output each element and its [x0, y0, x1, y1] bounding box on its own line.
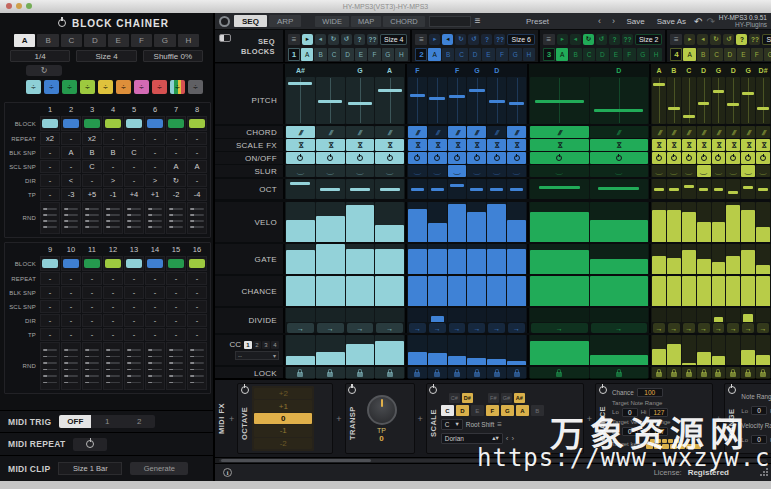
step-onoff-button[interactable]	[346, 152, 375, 164]
scale-key-d[interactable]: D	[456, 405, 469, 416]
chance-bar-step[interactable]	[697, 276, 711, 306]
step-slur-button[interactable]: ‿	[682, 165, 696, 177]
root-select[interactable]: C▾	[441, 419, 463, 430]
grid-blk_snp-cell[interactable]: -	[145, 286, 165, 299]
pitch-step-slider[interactable]	[286, 77, 315, 124]
step-slur-button[interactable]: ‿	[428, 165, 447, 177]
cc-bar-step[interactable]	[530, 335, 589, 365]
gate-bar-step[interactable]	[712, 244, 726, 274]
block-fwd-button[interactable]: ▸	[302, 34, 313, 45]
grid-repeat-cell[interactable]: -	[124, 132, 144, 145]
block-back-button[interactable]: ◂	[697, 34, 708, 45]
grid-dir-cell[interactable]: -	[82, 174, 102, 187]
chance-bar-step[interactable]	[590, 276, 649, 306]
grid-rnd-cell[interactable]	[61, 202, 81, 234]
divide-arrow-button[interactable]: →	[409, 323, 426, 333]
block-tab-b[interactable]: B	[314, 48, 326, 61]
grid-scl_snp-cell[interactable]: -	[82, 300, 102, 313]
grid-scl_snp-cell[interactable]: -	[187, 300, 207, 313]
divide-step[interactable]: →	[408, 308, 427, 333]
grid-tp-cell[interactable]: -	[187, 328, 207, 341]
scale-key-cs[interactable]: C#	[449, 393, 460, 403]
step-scalefx-button[interactable]: ⋈	[448, 139, 467, 151]
gate-bar-step[interactable]	[697, 244, 711, 274]
block-rand2-button[interactable]: ??	[622, 34, 633, 45]
cc-bar-step[interactable]	[726, 335, 740, 365]
block-tab-e[interactable]: E	[355, 48, 367, 61]
chance-value[interactable]: 100	[637, 388, 663, 397]
view-chord-button[interactable]: CHORD	[383, 16, 425, 27]
oct-step-slider[interactable]	[697, 179, 711, 199]
grid-dir-cell[interactable]: >	[145, 174, 165, 187]
chance-bar-step[interactable]	[408, 276, 427, 306]
random-dice-button[interactable]: ÷	[116, 80, 131, 94]
step-lock-button[interactable]	[682, 367, 696, 379]
grid-rnd-cell[interactable]	[166, 342, 186, 390]
block-back-button[interactable]: ◂	[570, 34, 581, 45]
step-scalefx-button[interactable]: ⋈	[286, 139, 315, 151]
step-lock-button[interactable]	[652, 367, 666, 379]
tab-seq[interactable]: SEQ	[234, 15, 267, 27]
block-tab-c[interactable]: C	[583, 48, 595, 61]
step-onoff-button[interactable]	[448, 152, 467, 164]
grid-repeat-cell[interactable]: x2	[82, 132, 102, 145]
step-scalefx-button[interactable]: ⋈	[346, 139, 375, 151]
chance-bar-step[interactable]	[652, 276, 666, 306]
grid-tp-cell[interactable]: +5	[82, 188, 102, 201]
grid-tp-cell[interactable]: -2	[166, 188, 186, 201]
chainer-tab-d[interactable]: D	[84, 34, 105, 47]
block-rand-button[interactable]: ?	[736, 34, 747, 45]
block-color-cell[interactable]	[187, 256, 207, 271]
block-tab-b[interactable]: B	[442, 48, 454, 61]
grid-scl_snp-cell[interactable]: -	[124, 300, 144, 313]
chance-bar-step[interactable]	[726, 276, 740, 306]
oct-step-slider[interactable]	[428, 179, 447, 199]
block-tab-f[interactable]: F	[496, 48, 508, 61]
divide-arrow-button[interactable]: →	[653, 323, 665, 333]
step-onoff-button[interactable]	[652, 152, 666, 164]
grid-dir-cell[interactable]: -	[82, 314, 102, 327]
grid-rnd-cell[interactable]	[124, 342, 144, 390]
cc-bar-step[interactable]	[507, 335, 526, 365]
cc-bar-step[interactable]	[756, 335, 770, 365]
block-color-cell[interactable]	[103, 116, 123, 131]
step-lock-button[interactable]	[712, 367, 726, 379]
preset-slot[interactable]	[429, 16, 471, 27]
octave-option-m2[interactable]: -2	[254, 438, 312, 449]
block-tab-f[interactable]: F	[368, 48, 380, 61]
divide-arrow-button[interactable]: →	[713, 323, 725, 333]
grid-blk_snp-cell[interactable]: -	[187, 286, 207, 299]
step-scalefx-button[interactable]: ⋈	[487, 139, 506, 151]
step-slur-button[interactable]: ‿	[448, 165, 467, 177]
grid-rnd-cell[interactable]	[145, 342, 165, 390]
random-dice-button[interactable]: ÷	[62, 80, 77, 94]
prev-preset-button[interactable]: ‹	[594, 16, 604, 27]
pitch-step-slider[interactable]	[697, 77, 711, 124]
velo-bar-step[interactable]	[667, 202, 681, 242]
oct-step-slider[interactable]	[507, 179, 526, 199]
step-onoff-button[interactable]	[726, 152, 740, 164]
step-lock-button[interactable]	[286, 367, 315, 379]
block-loop1-button[interactable]: ↺	[341, 34, 352, 45]
cc-bar-step[interactable]	[375, 335, 404, 365]
random-dice-button[interactable]: ÷	[134, 80, 149, 94]
close-button[interactable]	[6, 3, 12, 9]
divide-step[interactable]: →	[467, 308, 486, 333]
step-slur-button[interactable]: ‿	[375, 165, 404, 177]
step-chord-button[interactable]: ///	[286, 126, 315, 138]
chainer-tab-a[interactable]: A	[14, 34, 35, 47]
chance-bar-step[interactable]	[507, 276, 526, 306]
divide-step[interactable]: →	[741, 308, 755, 333]
grid-repeat-cell[interactable]: -	[145, 272, 165, 285]
block-tab-a[interactable]: A	[556, 48, 568, 61]
grid-blk_snp-cell[interactable]: -	[124, 286, 144, 299]
grid-tp-cell[interactable]: -	[103, 328, 123, 341]
pitch-step-slider[interactable]	[530, 77, 589, 124]
chance-bar-step[interactable]	[467, 276, 486, 306]
pitch-step-slider[interactable]	[590, 77, 649, 124]
velo-bar-step[interactable]	[590, 202, 649, 242]
block-tab-h[interactable]: H	[395, 48, 407, 61]
block-tab-g[interactable]: G	[637, 48, 649, 61]
block-loop-button[interactable]: ↻	[328, 34, 339, 45]
chance-power-button[interactable]	[599, 386, 607, 394]
